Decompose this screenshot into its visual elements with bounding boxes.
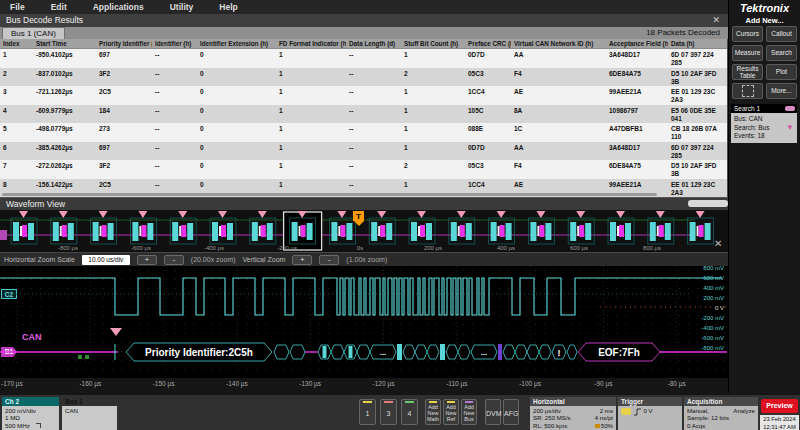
search-mark-triangle-icon [218,211,227,218]
h-zoom-minus-button[interactable]: - [164,255,184,265]
packet-block [212,222,218,241]
close-icon[interactable]: ✕ [712,14,720,27]
acq-analyze: Analyze [733,407,755,414]
channel-3-button[interactable]: 3 [380,399,397,425]
h-zoom-plus-button[interactable]: + [137,255,157,265]
overview-time-label: -400 µs [204,245,224,251]
decode-frame-segment [527,345,539,359]
packet-block [426,223,432,240]
packet-block [619,225,624,237]
trigger-panel-title: Trigger [618,397,682,406]
search-1-panel[interactable]: Search 1 ▼ Bus: CANSearch: BusEvents: 18 [731,104,797,143]
table-cell: 8A [511,105,606,124]
horizontal-row: SR: 250 MS/s4 ns/pt [533,414,613,421]
sidebar-button-grid: CursorsCalloutMeasureSearchResults Table… [732,26,798,99]
table-cell: -- [152,86,197,105]
table-row[interactable]: 1-950.4102µs697--01--10D7DAA3A648D176D 0… [0,49,727,68]
table-row[interactable]: 6-385.4262µs697--01--10D7DAA3A648D176D 0… [0,142,727,161]
h-zoom-scale-label: Horizontal Zoom Scale [4,256,75,263]
results-table-button[interactable]: Results Table [732,64,763,80]
overview-svg: T-800 µs-600 µs-400 µs-200 µs0s200 µs400… [0,210,728,252]
channel-1-button[interactable]: 1 [359,399,376,425]
decode-frame-segment [357,345,370,359]
column-header: Preface CRC (h) [465,39,511,48]
acq-sample: Sample: 12 bits [687,414,755,421]
status-bar: Ch 2 200 mV/div 1 MΩ 500 MHz Bus 1 CAN H… [0,393,800,430]
plot-button[interactable]: Plot [766,64,797,80]
packets-decoded-label: 18 Packets Decoded [646,27,720,39]
table-cell: -950.4102µs [33,49,96,68]
packet-block [697,226,699,236]
packet-block [147,223,153,240]
measure-button[interactable]: Measure [732,45,763,61]
add-new-ref-button[interactable]: Add New Ref [443,399,459,425]
trigger-panel[interactable]: Trigger 0 V [618,397,682,430]
decode-frame-segment [403,345,415,359]
bus-1-status-badge[interactable]: Bus 1 CAN [62,397,117,430]
add-new-bus-button[interactable]: Add New Bus [461,399,477,425]
overview-close-icon[interactable]: ✕ [714,238,722,250]
channel-2-status-badge[interactable]: Ch 2 200 mV/div 1 MΩ 500 MHz [2,397,59,430]
search-info-line: Search: Bus [734,124,794,133]
rising-edge-icon [633,407,642,416]
trigger-level: 0 V [643,407,652,414]
more-button[interactable]: More... [766,83,797,99]
menu-item-help[interactable]: Help [219,2,237,12]
menu-item-applications[interactable]: Applications [93,2,144,12]
afg-button[interactable]: AFG [503,399,519,425]
zoom-select-button[interactable] [732,83,763,99]
decode-frame-segment [415,345,427,359]
plot-time-label: -130 µs [292,380,328,387]
table-row[interactable]: 2-837.0102µs3F2--01--205C3F46DE84A75D5 1… [0,68,727,87]
acquisition-panel[interactable]: Acquisition Manual,Analyze Sample: 12 bi… [684,397,758,430]
waveform-overview[interactable]: T-800 µs-600 µs-400 µs-200 µs0s200 µs400… [0,210,728,252]
table-horizontal-scrollbar[interactable] [2,193,657,196]
menu-item-file[interactable]: File [10,2,25,12]
horizontal-panel[interactable]: Horizontal 200 µs/div2 msSR: 250 MS/s4 n… [530,397,616,430]
preview-button[interactable]: Preview [761,399,798,413]
h-zoom-factor-label: (20.00x zoom) [191,256,236,263]
table-row[interactable]: 4-609.9779µs184--01--1105C8A10986797E5 0… [0,105,727,124]
search-button[interactable]: Search [766,45,797,61]
v-zoom-minus-button[interactable]: - [319,255,339,265]
table-cell: -- [346,68,401,87]
table-row[interactable]: 3-721.1262µs2C5--01--11CC4AE99AEE21AEE 0… [0,86,727,105]
waveform-view-title: Waveform View [0,197,728,210]
table-cell: -385.4262µs [33,142,96,161]
plot-time-label: -150 µs [146,380,182,387]
callout-button[interactable]: Callout [766,26,797,42]
packet-block [665,223,671,240]
table-cell: 05C3 [465,160,511,179]
packet-block [53,222,59,241]
waveform-plot[interactable]: C2 B1 CAN Priority Identifier:2C5h......… [0,266,728,378]
table-cell: 105C [465,105,511,124]
table-cell: -- [346,142,401,161]
voltage-label: -400 mV [692,325,724,332]
decode-frame-segment [274,345,289,359]
packet-block [301,225,306,237]
v-zoom-plus-button[interactable]: + [292,255,312,265]
table-cell: -- [346,49,401,68]
table-row[interactable]: 7-272.0262µs3F2--01--205C3F46DE84A75D5 1… [0,160,727,179]
dvm-button[interactable]: DVM [485,399,501,425]
table-cell: 0D7D [465,142,511,161]
v-zoom-label: Vertical Zoom [243,256,286,263]
packet-block [252,222,258,241]
h-zoom-scale-input[interactable]: 10.00 us/div [82,255,130,265]
table-cell: 1 [276,142,346,161]
add-new-math-button[interactable]: Add New Math [425,399,441,425]
panel-drag-handle[interactable] [688,200,728,207]
menu-item-edit[interactable]: Edit [51,2,67,12]
packet-block [346,223,352,240]
horizontal-value: 4 ns/pt [595,414,613,421]
channel-4-button[interactable]: 4 [401,399,418,425]
table-row[interactable]: 5-498.0779µs273--01--1088E1CA47DBFB1CB 1… [0,123,727,142]
tab-bus1-can[interactable]: Bus 1 (CAN) [2,27,65,39]
packet-block [418,226,420,236]
menu-item-utility[interactable]: Utility [170,2,194,12]
cursors-button[interactable]: Cursors [732,26,763,42]
table-cell: AE [511,86,606,105]
overview-time-label: -800 µs [58,245,78,251]
decode-frame-segment [427,345,439,359]
bus1-badge-body: CAN [62,406,117,430]
